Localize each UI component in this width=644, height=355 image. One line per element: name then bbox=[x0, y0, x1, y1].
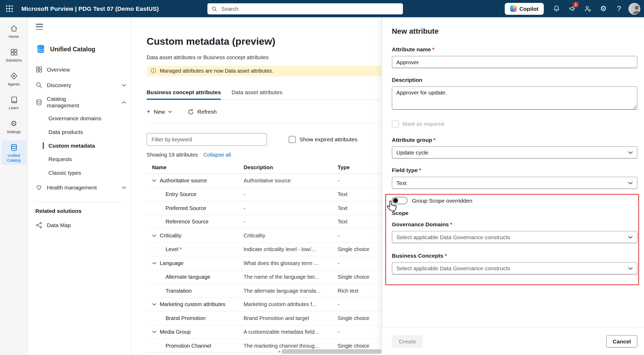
tab-business-concept-attributes[interactable]: Business concept attributes bbox=[147, 89, 221, 99]
sidebar-item-catalog-management[interactable]: Catalog management bbox=[28, 93, 131, 112]
table-row[interactable]: Reference Source * - Text bbox=[147, 215, 382, 229]
rail-item-solutions[interactable]: Solutions bbox=[1, 45, 26, 65]
mark-as-required-label: Mark as required bbox=[403, 121, 444, 127]
learn-icon bbox=[10, 96, 18, 104]
settings-gear-icon[interactable]: ⚙ bbox=[596, 0, 611, 17]
table-row[interactable]: Authoritative source * Authoritative sou… bbox=[147, 174, 382, 188]
table-row[interactable]: Preferred Source * - Text bbox=[147, 201, 382, 215]
purview-app: Microsoft Purview | PDG Test 07 (Demo Ea… bbox=[0, 0, 644, 355]
attribute-group-dropdown[interactable]: Update cycle bbox=[392, 146, 637, 159]
scroll-left-arrow-icon[interactable]: ◂ bbox=[278, 350, 280, 353]
search-input[interactable] bbox=[221, 5, 399, 12]
global-search[interactable] bbox=[207, 3, 403, 14]
row-type: - bbox=[338, 260, 382, 266]
attribute-name-input[interactable] bbox=[392, 56, 637, 68]
column-header-name[interactable]: Name bbox=[147, 164, 244, 171]
help-icon[interactable]: ? bbox=[611, 0, 627, 17]
notification-badge: 1 bbox=[573, 2, 579, 7]
showing-row: Showing 19 attributes Collapse all bbox=[147, 152, 382, 158]
show-expired-checkbox[interactable] bbox=[289, 136, 296, 143]
filter-row: Show expired attributes bbox=[147, 133, 382, 146]
chevron-down-icon bbox=[121, 84, 126, 87]
table-row[interactable]: Translation * The alternate language tra… bbox=[147, 284, 382, 298]
collapse-all-link[interactable]: Collapse all bbox=[203, 152, 231, 158]
row-name: Criticality bbox=[160, 232, 181, 238]
row-name-cell: Reference Source * bbox=[147, 219, 244, 225]
sidebar-nav: Overview Discovery Catalog management Go… bbox=[28, 62, 131, 195]
tab-bar: Business concept attributes Data asset a… bbox=[147, 89, 382, 100]
sidebar-item-health-management[interactable]: Health management bbox=[28, 180, 131, 195]
panel-footer: Create Cancel bbox=[382, 327, 644, 355]
sidebar-item-custom-metadata[interactable]: Custom metadata bbox=[28, 139, 131, 153]
sidebar: Unified Catalog Overview Discovery Catal… bbox=[28, 17, 131, 355]
table-row[interactable]: Level * Indicate criticality level - low… bbox=[147, 243, 382, 256]
row-expand-chevron-icon[interactable] bbox=[152, 303, 157, 306]
filter-keyword-input[interactable] bbox=[147, 133, 267, 146]
rail-item-unified-catalog[interactable]: Unified Catalog bbox=[1, 140, 26, 165]
description-textarea[interactable]: Approver for update. bbox=[392, 86, 637, 110]
new-attribute-panel: New attribute Attribute name* Descriptio… bbox=[382, 17, 644, 355]
waffle-menu-icon[interactable] bbox=[0, 0, 19, 17]
horizontal-scrollbar[interactable]: ◂ bbox=[278, 349, 382, 354]
row-name-cell: Alternate language * bbox=[147, 274, 244, 280]
refresh-icon bbox=[188, 109, 194, 115]
overview-icon bbox=[35, 66, 43, 73]
rail-item-home[interactable]: Home bbox=[1, 21, 26, 41]
avatar[interactable] bbox=[628, 3, 640, 14]
sidebar-item-data-map[interactable]: Data Map bbox=[28, 218, 131, 233]
new-button[interactable]: + New bbox=[147, 108, 172, 115]
cancel-button[interactable]: Cancel bbox=[606, 335, 637, 348]
required-asterisk: * bbox=[433, 137, 435, 143]
row-expand-chevron-icon[interactable] bbox=[152, 331, 157, 333]
table-row[interactable]: Marketing custom attributes * Marketing … bbox=[147, 298, 382, 311]
row-description: Indicate criticality level - low/... bbox=[244, 246, 338, 252]
sidebar-item-overview[interactable]: Overview bbox=[28, 62, 131, 77]
tab-data-asset-attributes[interactable]: Data asset attributes bbox=[232, 89, 282, 99]
required-asterisk: * bbox=[444, 253, 447, 259]
show-expired-checkbox-row[interactable]: Show expired attributes bbox=[289, 136, 357, 143]
table-row[interactable]: Criticality * Criticality - bbox=[147, 229, 382, 243]
account-settings-icon[interactable] bbox=[580, 0, 595, 17]
table-row[interactable]: Media Group * A customizable metadata fi… bbox=[147, 325, 382, 339]
copilot-button[interactable]: Copilot bbox=[505, 3, 544, 14]
field-type-dropdown[interactable]: Text bbox=[392, 177, 637, 189]
scrollbar-thumb[interactable] bbox=[281, 349, 382, 354]
hamburger-menu-icon[interactable] bbox=[36, 24, 43, 30]
panel-title: New attribute bbox=[392, 26, 637, 36]
row-name-cell: Marketing custom attributes * bbox=[147, 301, 244, 307]
rail-item-settings[interactable]: ⚙ Settings bbox=[1, 117, 26, 137]
sidebar-item-data-products[interactable]: Data products bbox=[28, 126, 131, 139]
table-row[interactable]: Language * What does this glossary term … bbox=[147, 256, 382, 270]
table-row[interactable]: Brand Promotion * Brand Promotion and ta… bbox=[147, 312, 382, 325]
mark-as-required-checkbox[interactable] bbox=[392, 120, 399, 127]
row-expand-chevron-icon[interactable] bbox=[152, 234, 157, 237]
governance-domains-dropdown[interactable]: Select applicable Data Governance constr… bbox=[392, 231, 637, 243]
rail-item-learn[interactable]: Learn bbox=[1, 93, 26, 113]
notifications-bell-icon[interactable] bbox=[549, 0, 564, 17]
rail-item-agents[interactable]: Agents bbox=[1, 69, 26, 89]
scope-label: Scope bbox=[392, 209, 637, 217]
row-expand-chevron-icon[interactable] bbox=[152, 179, 157, 182]
column-header-type[interactable]: Type bbox=[338, 164, 382, 171]
announcements-icon[interactable]: 1 bbox=[564, 0, 580, 17]
table-row[interactable]: Alternate language * The name of the lan… bbox=[147, 270, 382, 284]
rail-item-label: Agents bbox=[8, 82, 20, 87]
sidebar-item-discovery[interactable]: Discovery bbox=[28, 77, 131, 93]
group-scope-toggle[interactable] bbox=[392, 197, 407, 204]
sidebar-item-requests[interactable]: Requests bbox=[28, 153, 131, 166]
sidebar-item-classic-types[interactable]: Classic types bbox=[28, 166, 131, 180]
table-body: Authoritative source * Authoritative sou… bbox=[147, 174, 382, 353]
discovery-icon bbox=[35, 82, 43, 89]
row-expand-chevron-icon[interactable] bbox=[152, 262, 157, 264]
description-textarea-wrap: Approver for update. bbox=[392, 86, 637, 110]
table-row[interactable]: Entry Source * - Text bbox=[147, 188, 382, 201]
row-description: What does this glossary term ... bbox=[244, 260, 338, 266]
row-type: Text bbox=[338, 219, 382, 225]
refresh-button[interactable]: Refresh bbox=[188, 109, 217, 115]
create-button[interactable]: Create bbox=[392, 335, 423, 348]
business-concepts-dropdown[interactable]: Select applicable Data Governance constr… bbox=[392, 262, 637, 274]
row-description: The marketing channel throug... bbox=[244, 343, 338, 349]
sidebar-item-governance-domains[interactable]: Governance domains bbox=[28, 112, 131, 126]
column-header-description[interactable]: Description bbox=[244, 164, 338, 171]
copilot-label: Copilot bbox=[519, 6, 539, 12]
